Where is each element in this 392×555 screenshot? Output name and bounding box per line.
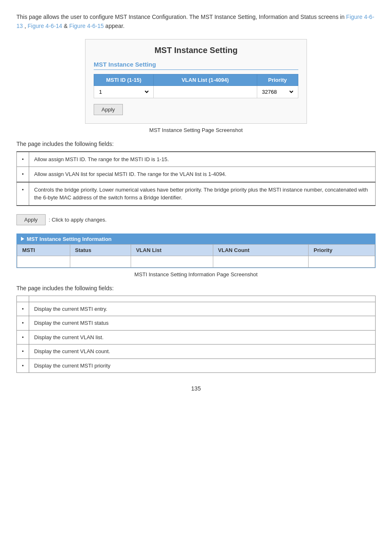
bullet2-2: • bbox=[17, 316, 29, 331]
desc-text-3: Controls the bridge priority. Lower nume… bbox=[29, 182, 376, 206]
desc2-row-4: • Display the current VLAN count. bbox=[17, 345, 376, 359]
msti-id-select[interactable]: 1 2 3 bbox=[97, 88, 150, 95]
desc2-text-2: Display the current MSTI status bbox=[29, 316, 376, 331]
desc-row-2: • Allow assign VLAN list for special MST… bbox=[17, 167, 376, 182]
info-col-msti: MSTI bbox=[17, 244, 70, 256]
mst-section-title: MST Instance Setting bbox=[94, 61, 298, 70]
vlan-list-input[interactable] bbox=[157, 89, 253, 95]
figure-link-3[interactable]: Figure 4-6-15 bbox=[69, 23, 104, 29]
desc-text-2: Allow assign VLAN list for special MSTI … bbox=[29, 167, 376, 182]
desc2-row-1: • Display the current MSTI entry. bbox=[17, 302, 376, 316]
info-col-priority: Priority bbox=[309, 244, 375, 256]
mst-setting-table: MSTI ID (1-15) VLAN List (1-4094) Priori… bbox=[94, 74, 298, 98]
info-box: MST Instance Setting Information MSTI St… bbox=[16, 234, 376, 268]
desc-row-3: • Controls the bridge priority. Lower nu… bbox=[17, 182, 376, 206]
apply-description: : Click to apply changes. bbox=[49, 217, 107, 223]
info-msti-val bbox=[17, 256, 70, 267]
intro-paragraph: This page allows the user to configure M… bbox=[16, 12, 376, 31]
desc2-row-empty bbox=[17, 296, 376, 302]
info-box-header-label: MST Instance Setting Information bbox=[27, 236, 112, 242]
col-msti-id: MSTI ID (1-15) bbox=[94, 74, 154, 86]
desc2-text-empty bbox=[29, 296, 376, 302]
bullet-2: • bbox=[17, 167, 29, 182]
info-vlan-list-val bbox=[131, 256, 213, 267]
col-priority: Priority bbox=[257, 74, 298, 86]
desc2-row-5: • Display the current MSTI priority bbox=[17, 358, 376, 373]
info-priority-val bbox=[309, 256, 375, 267]
info-box-header: MST Instance Setting Information bbox=[17, 234, 375, 244]
figure-link-2[interactable]: Figure 4-6-14 bbox=[28, 23, 62, 29]
desc2-text-5: Display the current MSTI priority bbox=[29, 358, 376, 373]
intro-text-part3: & bbox=[64, 23, 69, 29]
apply-button[interactable]: Apply bbox=[16, 214, 46, 225]
desc-row-1: • Allow assign MSTI ID. The range for th… bbox=[17, 152, 376, 167]
priority-cell[interactable]: 32768 4096 8192 bbox=[257, 86, 298, 98]
info-status-val bbox=[70, 256, 131, 267]
info-col-status: Status bbox=[70, 244, 131, 256]
apply-section: Apply : Click to apply changes. bbox=[16, 214, 376, 225]
mst-setting-caption: MST Instance Setting Page Screenshot bbox=[16, 127, 376, 133]
info-col-vlan-count: VLAN Count bbox=[213, 244, 309, 256]
intro-text-part1: This page allows the user to configure M… bbox=[16, 14, 346, 20]
info-col-vlan-list: VLAN List bbox=[131, 244, 213, 256]
description-table-1: • Allow assign MSTI ID. The range for th… bbox=[16, 151, 376, 206]
section-intro-2: The page includes the following fields: bbox=[16, 285, 376, 291]
desc2-row-2: • Display the current MSTI status bbox=[17, 316, 376, 331]
info-box-caption: MSTI Instance Setting Information Page S… bbox=[16, 271, 376, 278]
intro-text-part4: appear. bbox=[105, 23, 125, 29]
bullet2-3: • bbox=[17, 330, 29, 345]
desc2-text-1: Display the current MSTI entry. bbox=[29, 302, 376, 316]
msti-id-cell[interactable]: 1 2 3 bbox=[94, 86, 154, 98]
mst-apply-button[interactable]: Apply bbox=[94, 104, 123, 115]
info-vlan-count-val bbox=[213, 256, 309, 267]
desc2-text-3: Display the current VLAN list. bbox=[29, 330, 376, 345]
description-table-2: • Display the current MSTI entry. • Disp… bbox=[16, 296, 376, 373]
col-vlan-list: VLAN List (1-4094) bbox=[154, 74, 257, 86]
vlan-list-cell[interactable] bbox=[154, 86, 257, 98]
mst-box-title: MST Instance Setting bbox=[94, 46, 298, 55]
bullet2-4: • bbox=[17, 345, 29, 359]
info-empty-row bbox=[17, 256, 375, 267]
bullet2-5: • bbox=[17, 358, 29, 373]
desc2-text-4: Display the current VLAN count. bbox=[29, 345, 376, 359]
priority-select[interactable]: 32768 4096 8192 bbox=[261, 88, 295, 95]
section-intro-1: The page includes the following fields: bbox=[16, 141, 376, 147]
page-number: 135 bbox=[16, 385, 376, 392]
bullet-1: • bbox=[17, 152, 29, 167]
bullet2-1: • bbox=[17, 302, 29, 316]
bullet-3: • bbox=[17, 182, 29, 206]
desc2-row-3: • Display the current VLAN list. bbox=[17, 330, 376, 345]
desc-text-1: Allow assign MSTI ID. The range for the … bbox=[29, 152, 376, 167]
info-table: MSTI Status VLAN List VLAN Count Priorit… bbox=[17, 244, 375, 268]
bullet2-empty bbox=[17, 296, 29, 302]
mst-setting-box: MST Instance Setting MST Instance Settin… bbox=[85, 39, 307, 124]
triangle-icon bbox=[21, 237, 24, 241]
